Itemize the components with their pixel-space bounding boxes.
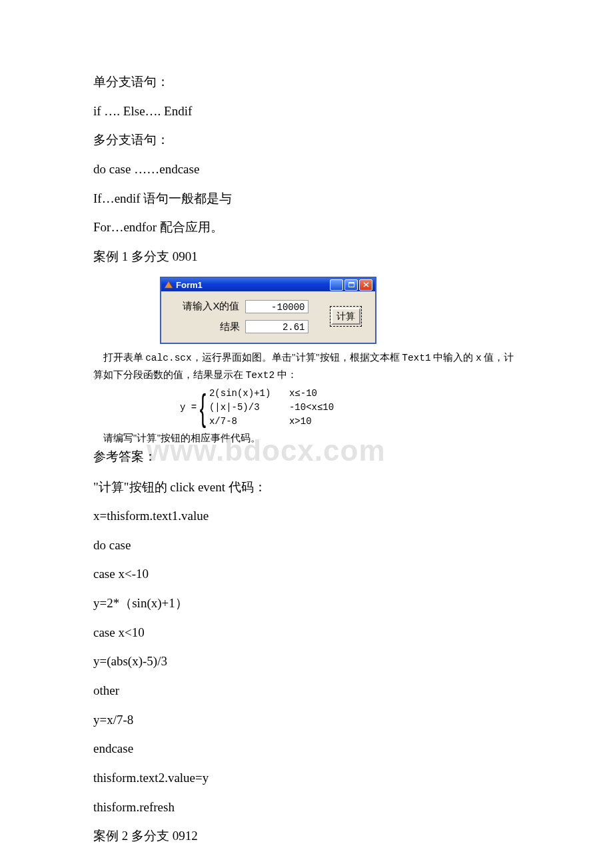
case-condition: -10<x≤10 — [289, 401, 334, 414]
case-row: 2(sin(x)+1) x≤-10 — [209, 387, 334, 400]
calc-button[interactable]: 计算 — [330, 306, 362, 327]
label-x: 请输入X的值 — [167, 299, 240, 313]
form-body: 请输入X的值 -10000 计算 结果 2.61 — [161, 291, 375, 343]
y-equals: y = — [180, 401, 197, 414]
text: 中： — [275, 369, 297, 380]
code-line: y=2*（sin(x)+1） — [93, 595, 520, 612]
paragraph: "计算"按钮的 click event 代码： — [93, 479, 520, 496]
watermark-area: www.bdocx.com 参考答案： — [93, 448, 520, 472]
x-ref: x — [476, 353, 482, 363]
text1-input[interactable]: -10000 — [245, 300, 308, 313]
code-line: do case — [93, 537, 520, 554]
filename: calc.scx — [145, 353, 192, 363]
titlebar-left: Form1 — [164, 279, 203, 291]
text: 打开表单 — [103, 352, 146, 363]
case-row: (|x|-5)/3 -10<x≤10 — [209, 401, 334, 414]
case-expression: (|x|-5)/3 — [209, 401, 289, 414]
calc-button-label: 计算 — [331, 308, 360, 325]
window-title: Form1 — [176, 279, 203, 291]
form-window-figure: Form1 _ 请输入X的值 -10000 计算 — [160, 277, 376, 344]
app-icon — [164, 280, 173, 289]
label-result: 结果 — [167, 320, 240, 333]
brace-icon: { — [200, 393, 206, 423]
case-expression: x/7-8 — [209, 415, 289, 428]
code-line: case x<-10 — [93, 565, 520, 583]
text2-ref: Text2 — [246, 370, 275, 381]
titlebar: Form1 _ — [161, 278, 375, 291]
code-line: y=(abs(x)-5)/3 — [93, 653, 520, 670]
paragraph: 单分支语句： — [93, 73, 520, 91]
code-line: case x<10 — [93, 624, 520, 641]
paragraph: If…endif 语句一般都是与 — [93, 190, 520, 207]
code-line: endcase — [93, 740, 520, 757]
text: ，运行界面如图。单击"计算"按钮，根据文本框 — [192, 352, 402, 363]
svg-marker-0 — [165, 281, 173, 288]
form-window: Form1 _ 请输入X的值 -10000 计算 — [160, 277, 376, 344]
text2-output: 2.61 — [245, 320, 308, 333]
instruction-paragraph: 打开表单 calc.scx，运行界面如图。单击"计算"按钮，根据文本框 Text… — [93, 349, 520, 383]
code-line: y=x/7-8 — [93, 711, 520, 729]
paragraph: 案例 2 多分支 0912 — [93, 827, 520, 845]
code-line: thisform.refresh — [93, 799, 520, 816]
window-controls: _ — [330, 279, 372, 291]
maximize-button[interactable] — [344, 279, 358, 291]
minimize-button[interactable]: _ — [330, 279, 343, 291]
case-expression: 2(sin(x)+1) — [209, 387, 289, 400]
document-page: 单分支语句： if …. Else…. Endif 多分支语句： do case… — [0, 0, 613, 868]
code-line: x=thisform.text1.value — [93, 507, 520, 525]
text: 中输入的 — [431, 352, 476, 363]
case-row: x/7-8 x>10 — [209, 415, 334, 428]
paragraph: do case ……endcase — [93, 161, 520, 178]
case-condition: x>10 — [289, 415, 312, 428]
paragraph: 案例 1 多分支 0901 — [93, 248, 520, 265]
code-line: other — [93, 682, 520, 699]
paragraph: 多分支语句： — [93, 131, 520, 149]
text1-ref: Text1 — [402, 353, 431, 363]
answer-heading: 参考答案： — [93, 448, 520, 465]
piecewise-equation: y = { 2(sin(x)+1) x≤-10 (|x|-5)/3 -10<x≤… — [180, 387, 520, 428]
paragraph: For…endfor 配合应用。 — [93, 219, 520, 236]
case-condition: x≤-10 — [289, 387, 317, 400]
paragraph: if …. Else…. Endif — [93, 103, 520, 120]
close-button[interactable] — [359, 279, 372, 291]
equation-cases: 2(sin(x)+1) x≤-10 (|x|-5)/3 -10<x≤10 x/7… — [209, 387, 334, 428]
code-line: thisform.text2.value=y — [93, 769, 520, 787]
